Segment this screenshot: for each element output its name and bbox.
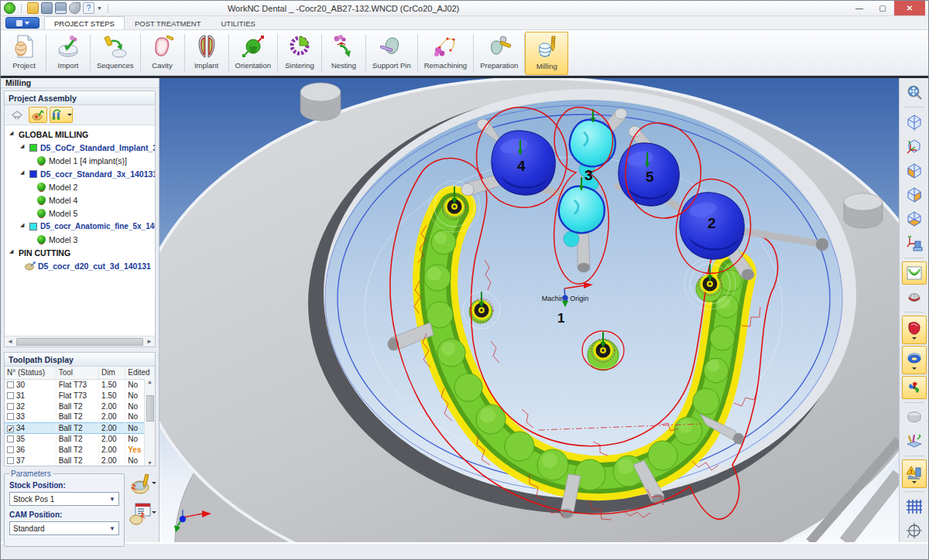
scroll-right-icon[interactable]: ► — [144, 338, 155, 345]
minimize-button[interactable]: — — [848, 1, 871, 15]
iso-view-button[interactable] — [902, 111, 927, 133]
col-dim[interactable]: Dim — [99, 367, 125, 379]
mill-tool-icon — [31, 109, 45, 121]
3d-viewport[interactable]: 4 3 5 2 Machine Origin 1 — [159, 78, 899, 542]
milling-mode-button[interactable] — [29, 107, 47, 123]
toolpath-row-33[interactable]: 33Ball T22.00No — [5, 411, 155, 422]
toolbar-item-sintering[interactable]: Sintering — [278, 32, 321, 75]
row-checkbox[interactable] — [7, 413, 14, 420]
side-view-button[interactable] — [902, 183, 927, 206]
toolbar-item-project[interactable]: Project — [2, 32, 46, 75]
bottom-view-button[interactable] — [902, 208, 927, 230]
model-sphere-icon — [37, 183, 46, 191]
view-filter-button[interactable] — [8, 107, 26, 123]
toolpath-row-32[interactable]: 32Ball T22.00No — [5, 401, 155, 411]
tree-item-model-2[interactable]: Model 2 — [5, 180, 155, 193]
row-checkbox[interactable] — [7, 403, 14, 410]
grid-toggle-button[interactable] — [902, 495, 927, 517]
toolbar-item-nesting[interactable]: Nesting — [322, 32, 365, 75]
toolpath-row-36[interactable]: 36Ball T22.00Yes — [5, 444, 155, 455]
scrollbar-thumb[interactable] — [146, 395, 154, 422]
row-checkbox[interactable] — [7, 457, 14, 464]
tree-item-pin-seq[interactable]: D5_cocr_d20_cut_3d_140131 — [5, 259, 155, 272]
tab-project-steps[interactable]: PROJECT STEPS — [44, 16, 125, 29]
tree-item-model-3[interactable]: Model 3 — [5, 233, 155, 246]
toolbar-item-import[interactable]: Import — [46, 32, 90, 75]
stock-position-select[interactable]: Stock Pos 1▼ — [9, 492, 119, 506]
toolpath-row-35[interactable]: 35Ball T22.00No — [5, 433, 155, 444]
project-icon — [11, 33, 37, 60]
expander-icon[interactable] — [20, 223, 27, 230]
open-folder-icon[interactable] — [27, 2, 39, 14]
collision-check-button-active[interactable]: ! — [902, 459, 927, 488]
zoom-pan-button[interactable] — [902, 81, 927, 104]
axes-view-button[interactable] — [902, 135, 927, 158]
toolpath-row-30[interactable]: 30Flat T731.50No — [5, 379, 155, 390]
tree-item-seq-standard[interactable]: D5_cocr_Standard_3x_140131 — [5, 167, 155, 180]
expander-icon[interactable] — [9, 131, 16, 138]
toolbar-item-support-pin[interactable]: Support Pin — [366, 32, 417, 75]
tree-item-model-1[interactable]: Model 1 [4 implant(s)] — [5, 154, 155, 167]
batch-list-button[interactable] — [129, 502, 152, 525]
expander-icon[interactable] — [9, 249, 16, 256]
tree-item-pin-cutting[interactable]: PIN CUTTING — [5, 246, 155, 259]
chevron-down-icon: ▼ — [109, 525, 115, 532]
scroll-up-icon[interactable]: ▲ — [147, 379, 153, 384]
toolpath-row-34-selected[interactable]: ✔34Ball T22.00No — [5, 422, 155, 433]
row-checkbox[interactable] — [7, 392, 14, 399]
toolbar-item-remachining[interactable]: Remachining — [418, 32, 473, 75]
tree-item-model-5[interactable]: Model 5 — [5, 207, 155, 220]
toolpath-row-31[interactable]: 31Flat T731.50No — [5, 390, 155, 401]
tree-item-global-milling[interactable]: GLOBAL MILLING — [5, 128, 155, 141]
pin-tools-button[interactable] — [50, 107, 73, 123]
scroll-down-icon[interactable]: ▼ — [147, 460, 153, 466]
compute-toolpath-button[interactable] — [129, 473, 152, 496]
cam-position-select[interactable]: Standard▼ — [9, 521, 119, 535]
qat-dropdown-icon[interactable]: ▼ — [97, 5, 102, 11]
toolbar-item-orientation[interactable]: Orientation — [229, 32, 277, 75]
expander-icon[interactable] — [20, 144, 27, 151]
row-checkbox[interactable] — [7, 381, 14, 388]
save-as-icon[interactable] — [55, 2, 67, 14]
toolpath-row-37[interactable]: 37Ball T22.00No — [5, 455, 155, 466]
tab-utilities[interactable]: UTILITIES — [211, 16, 265, 29]
front-view-button[interactable] — [902, 159, 927, 182]
origin-toggle-button[interactable] — [902, 520, 927, 542]
show-part-button-active[interactable] — [902, 316, 927, 344]
help-icon[interactable]: ? — [83, 2, 94, 14]
machine-view-button[interactable] — [902, 232, 927, 254]
scroll-left-icon[interactable]: ◄ — [5, 338, 15, 345]
col-tool[interactable]: Tool — [56, 367, 98, 379]
row-checkbox-checked[interactable]: ✔ — [7, 425, 14, 432]
col-edited[interactable]: Edited — [125, 367, 155, 379]
close-button[interactable]: ✕ — [894, 1, 925, 15]
toolbar-item-preparation[interactable]: Preparation — [474, 32, 524, 75]
maximize-button[interactable]: ▢ — [871, 1, 894, 15]
expander-icon[interactable] — [20, 170, 27, 177]
show-stock-button-active[interactable] — [902, 346, 927, 374]
assembly-tree: GLOBAL MILLING D5_CoCr_Standard_Implant_… — [5, 125, 155, 336]
show-arch-button-active[interactable] — [902, 261, 927, 284]
cube-bottom-icon — [906, 210, 923, 227]
save-icon[interactable] — [41, 2, 53, 14]
tree-horizontal-scrollbar[interactable]: ◄ ► — [5, 336, 155, 347]
toolbar-item-implant[interactable]: Implant — [185, 32, 228, 75]
tab-post-treatment[interactable]: POST TREATMENT — [125, 16, 211, 29]
toolbar-item-cavity[interactable]: Cavity — [141, 32, 184, 75]
app-menu-button[interactable] — [5, 17, 39, 29]
tree-item-seq-implant[interactable]: D5_CoCr_Standard_Implant_3x — [5, 141, 155, 154]
settings-wrench-icon[interactable] — [69, 2, 81, 14]
toolbar-item-sequences[interactable]: Sequences — [91, 32, 140, 75]
row-checkbox[interactable] — [7, 446, 14, 453]
toolbar-item-milling-active[interactable]: Milling — [525, 32, 568, 75]
col-num-status[interactable]: N° (Status) — [5, 367, 56, 379]
show-blank-button[interactable] — [902, 406, 927, 429]
table-vertical-scrollbar[interactable]: ▲▼ — [144, 379, 155, 466]
show-model-button[interactable] — [902, 286, 927, 309]
show-toolpath-button-active[interactable] — [902, 376, 927, 398]
edit-pins-button[interactable] — [902, 430, 927, 452]
tree-item-model-4[interactable]: Model 4 — [5, 193, 155, 207]
scrollbar-thumb[interactable] — [16, 338, 143, 346]
tree-item-seq-anatomic[interactable]: D5_cocr_Anatomic_fine_5x_140131 — [5, 220, 155, 233]
row-checkbox[interactable] — [7, 435, 14, 442]
